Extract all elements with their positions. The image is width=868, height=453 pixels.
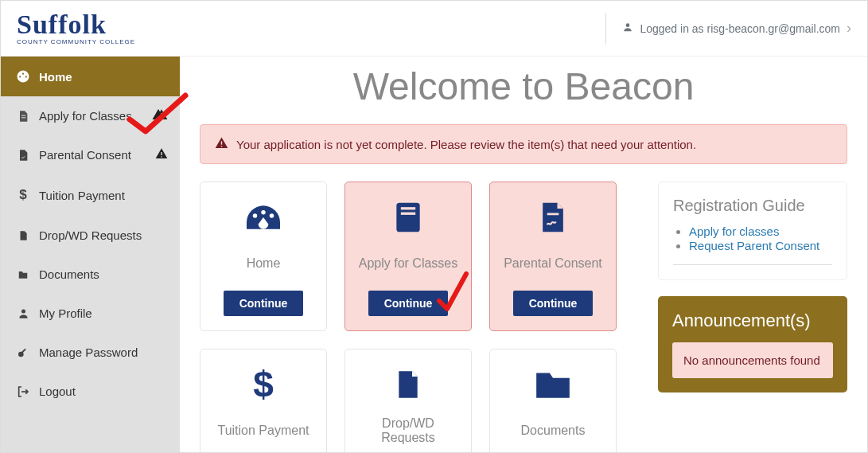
card-documents: Documents xyxy=(489,349,617,453)
svg-rect-1 xyxy=(21,115,25,115)
svg-rect-3 xyxy=(161,113,162,116)
announcements-body: No announcements found xyxy=(672,342,833,378)
card-title: Tuition Payment xyxy=(217,415,309,447)
card-apply-classes: Apply for Classes Continue xyxy=(344,182,472,331)
warning-icon xyxy=(152,108,168,123)
svg-rect-10 xyxy=(221,141,222,144)
sidebar-item-label: Drop/WD Requests xyxy=(39,228,142,242)
svg-rect-2 xyxy=(21,117,25,118)
key-icon xyxy=(15,346,31,359)
incomplete-alert: Your application is not yet complete. Pl… xyxy=(200,124,847,164)
svg-point-0 xyxy=(626,23,630,27)
dashboard-icon xyxy=(15,69,31,84)
card-title: Home xyxy=(247,248,281,279)
dollar-icon: $ xyxy=(253,364,274,405)
file-icon xyxy=(392,364,424,405)
page-title: Welcome to Beacon xyxy=(200,64,847,108)
guide-link-parent-consent[interactable]: Request Parent Consent xyxy=(689,239,819,252)
alert-text: Your application is not yet complete. Pl… xyxy=(236,138,696,151)
card-tuition-payment: $ Tuition Payment xyxy=(200,349,327,453)
sidebar-item-label: Documents xyxy=(39,268,99,281)
svg-point-14 xyxy=(270,213,274,217)
file-signature-icon xyxy=(15,149,31,162)
card-title: Apply for Classes xyxy=(359,248,458,279)
sidebar-item-documents[interactable]: Documents xyxy=(1,255,180,294)
main-content: Welcome to Beacon Your application is no… xyxy=(180,57,867,453)
continue-button[interactable]: Continue xyxy=(368,291,449,316)
sidebar-item-label: Apply for Classes xyxy=(39,109,132,123)
brand-logo[interactable]: Suffolk COUNTY COMMUNITY COLLEGE xyxy=(17,11,135,45)
file-signature-icon xyxy=(535,197,570,238)
svg-point-12 xyxy=(253,213,257,217)
logout-icon xyxy=(15,385,31,398)
user-icon xyxy=(15,307,31,319)
chevron-right-icon: › xyxy=(847,20,851,37)
warning-icon xyxy=(215,136,228,152)
sidebar-item-label: Logout xyxy=(39,385,76,398)
guide-title: Registration Guide xyxy=(673,197,832,215)
sidebar-item-home[interactable]: Home xyxy=(1,57,180,96)
user-menu[interactable]: Logged in as risg-beacon.gr@gmail.com › xyxy=(605,13,851,45)
svg-rect-9 xyxy=(21,348,26,353)
announcements-title: Announcement(s) xyxy=(672,310,833,331)
sidebar: Home Apply for Classes Parental Consent … xyxy=(1,57,180,453)
svg-rect-5 xyxy=(161,152,162,155)
card-home: Home Continue xyxy=(200,182,327,331)
gauge-icon xyxy=(243,197,284,238)
sidebar-item-label: Tuition Payment xyxy=(39,189,125,202)
file-lines-icon xyxy=(15,110,31,123)
warning-icon xyxy=(155,147,168,162)
sidebar-item-label: Manage Password xyxy=(39,346,138,359)
user-icon xyxy=(622,21,633,35)
guide-link-apply[interactable]: Apply for classes xyxy=(689,225,779,238)
svg-point-13 xyxy=(261,210,265,214)
continue-button[interactable]: Continue xyxy=(513,291,594,316)
folder-icon xyxy=(15,269,31,280)
sidebar-item-drop-wd[interactable]: Drop/WD Requests xyxy=(1,216,180,255)
card-title: Parental Consent xyxy=(504,248,602,279)
sidebar-item-password[interactable]: Manage Password xyxy=(1,333,180,372)
sidebar-item-profile[interactable]: My Profile xyxy=(1,294,180,333)
logo-main-text: Suffolk xyxy=(17,11,135,38)
sidebar-item-apply[interactable]: Apply for Classes xyxy=(1,96,180,135)
file-icon xyxy=(15,229,31,242)
book-icon xyxy=(391,197,426,238)
svg-rect-18 xyxy=(547,213,559,216)
card-title: Drop/WD Requests xyxy=(355,415,461,447)
svg-rect-6 xyxy=(161,156,162,157)
svg-point-7 xyxy=(21,310,25,314)
svg-rect-16 xyxy=(401,207,415,209)
svg-rect-17 xyxy=(401,213,415,215)
sidebar-item-logout[interactable]: Logout xyxy=(1,372,180,411)
logo-sub-text: COUNTY COMMUNITY COLLEGE xyxy=(17,38,135,45)
sidebar-item-tuition[interactable]: $ Tuition Payment xyxy=(1,174,180,216)
sidebar-item-parental-consent[interactable]: Parental Consent xyxy=(1,135,180,174)
svg-rect-11 xyxy=(221,146,222,146)
logged-in-text: Logged in as risg-beacon.gr@gmail.com xyxy=(640,22,840,35)
sidebar-item-label: Parental Consent xyxy=(39,148,131,162)
dashboard-cards: Home Continue Apply for Classes Continue xyxy=(200,182,640,453)
dollar-icon: $ xyxy=(15,187,31,203)
card-title: Documents xyxy=(521,415,586,447)
sidebar-item-label: Home xyxy=(39,70,72,84)
header: Suffolk COUNTY COMMUNITY COLLEGE Logged … xyxy=(1,1,867,57)
card-parental-consent: Parental Consent Continue xyxy=(489,182,617,331)
card-drop-wd: Drop/WD Requests xyxy=(344,349,472,453)
continue-button[interactable]: Continue xyxy=(224,291,304,316)
announcements-panel: Announcement(s) No announcements found xyxy=(658,296,847,392)
sidebar-item-label: My Profile xyxy=(39,307,92,320)
registration-guide: Registration Guide Apply for classes Req… xyxy=(658,182,847,280)
folder-icon xyxy=(533,364,573,405)
svg-rect-4 xyxy=(161,117,162,118)
